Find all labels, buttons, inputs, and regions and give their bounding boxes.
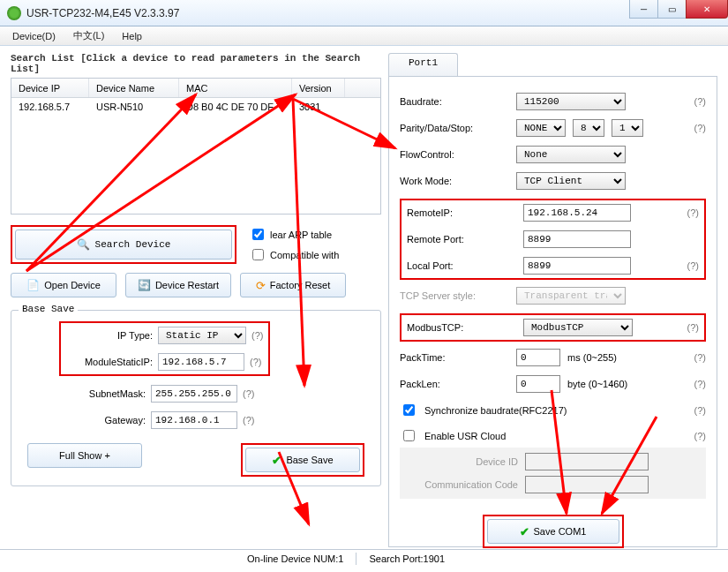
status-online: On-line Device NUM:1 [247,553,343,564]
remote-ip-input[interactable] [523,204,631,222]
modbustcp-select[interactable]: ModbusTCP [523,319,633,336]
clear-arp-checkbox[interactable]: lear ARP table [249,226,339,243]
pds-label: Parity/Data/Stop: [400,123,509,133]
maximize-button[interactable]: ▭ [657,0,686,19]
help-icon[interactable]: (?) [694,379,706,389]
tss-label: TCP Server style: [400,290,509,301]
refresh-icon [138,279,151,291]
help-icon[interactable]: (?) [243,388,254,399]
help-icon[interactable]: (?) [694,405,706,416]
comm-code-input [525,476,649,493]
base-save-title: Base Save [19,304,78,314]
compatible-checkbox[interactable]: Compatible with [249,246,339,263]
col-mac: MAC [179,79,292,97]
ip-config-highlight: IP Type: Static IP (?) ModuleStaticIP: (… [59,321,270,376]
document-icon [26,279,40,291]
table-row[interactable]: 192.168.5.7 USR-N510 D8 B0 4C DE 70 DF 3… [11,98,380,116]
flow-label: FlowControl: [400,149,509,160]
help-icon[interactable]: (?) [250,357,261,367]
save-com-highlight: Save COM1 [483,515,624,548]
enable-cloud-checkbox[interactable] [403,430,415,441]
save-com1-button[interactable]: Save COM1 [487,519,619,544]
ip-type-label: IP Type: [66,330,153,341]
baud-label: Baudrate: [400,96,509,107]
minimize-button[interactable]: ─ [629,0,657,19]
ip-type-select[interactable]: Static IP [158,327,246,344]
devid-label: Device ID [409,456,518,467]
static-ip-label: ModuleStaticIP: [66,357,153,367]
help-icon[interactable]: (?) [251,330,263,341]
status-bar: On-line Device NUM:1 Search Port:1901 [0,549,728,567]
window-buttons: ─ ▭ ✕ [629,0,728,19]
help-icon[interactable]: (?) [694,431,706,441]
menu-lang[interactable]: 中文(L) [64,29,113,42]
close-button[interactable]: ✕ [686,0,728,19]
commc-label: Communication Code [409,479,518,490]
cell-ver: 3031 [292,102,345,112]
base-save-button[interactable]: Base Save [245,448,360,472]
base-save-group: Base Save IP Type: Static IP (?) ModuleS… [11,310,381,486]
search-icon [77,238,90,251]
gateway-input[interactable] [151,411,237,429]
stopbits-select[interactable]: 1 [612,119,643,137]
flow-select[interactable]: None [516,146,626,163]
modbus-highlight: ModbusTCP:ModbusTCP(?) [400,313,706,342]
pl-label: PackLen: [400,379,509,389]
help-icon[interactable]: (?) [687,260,699,271]
device-id-input [525,453,649,470]
search-device-label: Search Device [95,239,171,250]
factory-reset-button[interactable]: Factory Reset [240,273,346,297]
search-device-button[interactable]: Search Device [15,230,232,260]
check-icon [272,454,281,467]
help-icon[interactable]: (?) [687,207,699,218]
help-icon[interactable]: (?) [694,123,706,133]
menubar: Device(D) 中文(L) Help [0,26,728,46]
work-label: Work Mode: [400,176,509,186]
device-restart-button[interactable]: Device Restart [125,273,231,297]
full-show-button[interactable]: Full Show + [27,443,142,468]
remote-port-input[interactable] [523,230,631,248]
cell-mac: D8 B0 4C DE 70 DF [179,102,292,112]
tcp-server-style-select: Transparent transmi [516,287,626,305]
databits-select[interactable]: 8 [573,119,604,137]
table-header: Device IP Device Name MAC Version [11,79,380,98]
subnet-input[interactable] [151,385,237,403]
window-title: USR-TCP232-M4,E45 V2.3.3.97 [26,7,179,19]
reset-icon [256,279,266,292]
status-port: Search Port:1901 [369,553,445,564]
open-device-button[interactable]: Open Device [11,273,116,297]
divider [356,553,356,565]
help-icon[interactable]: (?) [694,96,706,107]
subnet-label: SubnetMask: [59,388,146,399]
mtcp-label: ModbusTCP: [407,322,516,333]
rip-label: RemoteIP: [407,207,516,218]
menu-help[interactable]: Help [113,31,151,41]
check-icon [520,525,529,538]
col-ip: Device IP [11,79,89,97]
baudrate-select[interactable]: 115200 [516,93,626,110]
cloud-subbox: Device ID Communication Code [400,448,706,499]
device-table[interactable]: Device IP Device Name MAC Version 192.16… [11,78,381,214]
col-name: Device Name [89,79,179,97]
base-save-highlight: Base Save [241,443,364,477]
port1-tab[interactable]: Port1 [388,53,458,76]
parity-select[interactable]: NONE [516,119,566,137]
packtime-input[interactable] [516,349,560,366]
help-icon[interactable]: (?) [687,322,699,333]
sync-baud-checkbox[interactable] [403,404,415,416]
help-icon[interactable]: (?) [243,415,254,425]
app-icon [7,6,21,20]
packlen-input[interactable] [516,375,560,393]
cell-ip: 192.168.5.7 [11,102,89,112]
help-icon[interactable]: (?) [694,352,706,363]
cell-name: USR-N510 [89,102,179,112]
local-port-input[interactable] [523,257,631,275]
lport-label: Local Port: [407,260,516,271]
remote-highlight: RemoteIP:(?) Remote Port: Local Port:(?) [400,199,706,280]
workmode-select[interactable]: TCP Client [516,172,626,190]
search-highlight: Search Device [11,225,236,264]
static-ip-input[interactable] [158,353,244,371]
search-list-label: Search List [Click a device to read para… [11,53,381,74]
gateway-label: Gateway: [59,415,146,425]
menu-device[interactable]: Device(D) [4,31,64,41]
